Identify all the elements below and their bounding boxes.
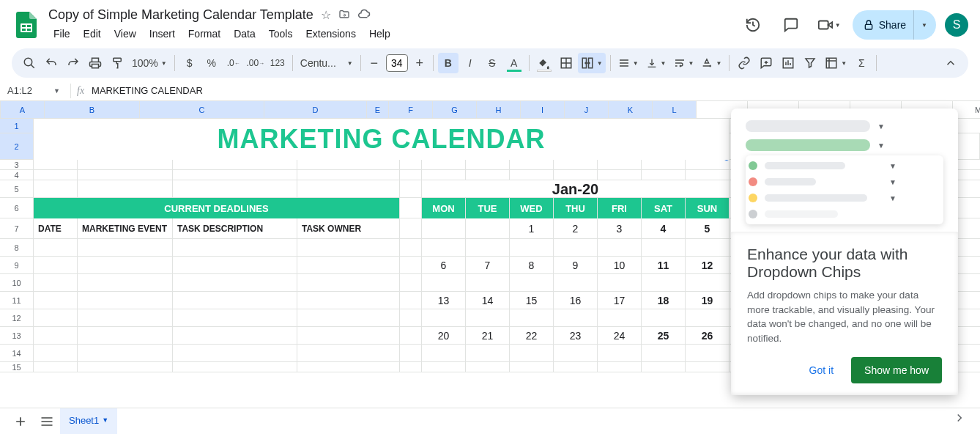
cell[interactable] [400,170,422,180]
cell[interactable] [297,327,400,344]
cell[interactable] [173,292,297,309]
calendar-cell[interactable]: 7 [466,257,510,274]
row-header[interactable]: 9 [0,257,34,273]
cell[interactable] [34,274,78,291]
cell[interactable] [554,309,598,326]
menu-edit[interactable]: Edit [78,25,106,43]
sheet-tab[interactable]: Sheet1▼ [60,408,117,434]
cell[interactable] [173,257,297,273]
cell[interactable] [598,160,642,169]
name-box[interactable]: A1:L2▼ [7,85,64,96]
cell[interactable] [78,292,173,309]
cell[interactable] [642,309,686,326]
cell[interactable] [173,274,297,291]
row-header[interactable]: 14 [0,345,34,361]
calendar-cell[interactable]: 6 [422,257,466,274]
cell[interactable] [642,362,686,372]
cell[interactable] [78,362,173,372]
cell[interactable] [400,239,422,256]
cell[interactable] [642,170,686,180]
cell[interactable] [400,327,422,344]
cell[interactable] [422,160,466,169]
cell[interactable] [554,274,598,291]
col-header[interactable]: B [45,101,140,118]
cell[interactable] [173,160,297,169]
print-icon[interactable] [85,53,105,73]
col-header[interactable]: J [565,101,609,118]
cell[interactable] [34,180,78,197]
day-header[interactable]: TUE [466,198,510,218]
cell[interactable] [510,362,554,372]
cell[interactable] [297,292,400,309]
font-size-input[interactable] [386,54,408,72]
cell[interactable] [510,170,554,180]
cell[interactable] [400,180,422,197]
cell[interactable] [466,345,510,361]
calendar-cell[interactable] [466,218,510,239]
cell[interactable] [510,160,554,169]
cell[interactable] [422,345,466,361]
cell[interactable] [598,274,642,291]
col-header[interactable]: D [264,101,367,118]
cell[interactable] [34,309,78,326]
col-header[interactable]: C [140,101,264,118]
cell[interactable] [466,160,510,169]
cell[interactable] [598,309,642,326]
calendar-cell[interactable]: 4 [642,218,686,239]
calendar-cell[interactable]: 2 [554,218,598,239]
menu-extensions[interactable]: Extensions [300,25,360,43]
formula-text[interactable]: MARKETING CALENDAR [92,85,203,96]
cell[interactable] [466,309,510,326]
link-icon[interactable] [734,53,754,73]
table-header[interactable]: TASK DESCRIPTION [173,218,297,239]
menu-file[interactable]: File [48,25,75,43]
cell[interactable] [400,257,422,273]
cell[interactable] [78,327,173,344]
calendar-cell[interactable]: 1 [510,218,554,239]
decrease-font-icon[interactable]: − [365,54,383,72]
font-dropdown[interactable]: Centu...▼ [297,53,356,73]
row-header[interactable]: 10 [0,274,34,291]
calendar-cell[interactable] [422,218,466,239]
cell[interactable] [554,362,598,372]
cell[interactable] [297,274,400,291]
calendar-cell[interactable]: 25 [642,327,686,345]
explore-icon[interactable] [946,405,973,431]
cell[interactable] [598,362,642,372]
row-header[interactable]: 2 [0,133,34,159]
col-header[interactable]: F [389,101,433,118]
cell[interactable] [78,180,173,197]
day-header[interactable]: MON [422,198,466,218]
undo-icon[interactable] [41,53,62,73]
month-cell[interactable]: Jan-20 [422,180,730,197]
increase-decimal-icon[interactable]: .00→ [245,53,266,73]
sheets-logo[interactable] [12,10,41,40]
cell[interactable] [510,309,554,326]
cell[interactable] [297,257,400,273]
cell[interactable] [173,239,297,256]
col-header[interactable]: L [653,101,697,118]
row-header[interactable]: 8 [0,239,34,256]
menu-data[interactable]: Data [229,25,261,43]
increase-font-icon[interactable]: + [411,54,428,72]
cell[interactable] [297,170,400,180]
calendar-cell[interactable]: 23 [554,327,598,345]
calendar-cell[interactable]: 5 [686,218,730,239]
insert-chart-icon[interactable] [778,53,798,73]
got-it-button[interactable]: Got it [802,358,841,382]
col-header[interactable]: E [367,101,389,118]
zoom-dropdown[interactable]: 100%▼ [129,53,170,73]
decrease-decimal-icon[interactable]: .0← [223,53,244,73]
calendar-cell[interactable]: 24 [598,327,642,345]
table-header[interactable]: DATE [34,218,78,239]
cell[interactable] [34,362,78,372]
doc-title[interactable]: Copy of Simple Marketing Calendar Templa… [48,7,313,23]
fill-color-icon[interactable] [534,53,554,73]
cell[interactable] [78,257,173,273]
cell[interactable] [78,274,173,291]
cell[interactable] [686,345,730,361]
deadlines-header[interactable]: CURRENT DEADLINES [34,198,400,218]
cell[interactable] [686,170,730,180]
menu-format[interactable]: Format [183,25,226,43]
col-header[interactable]: A [1,101,45,118]
